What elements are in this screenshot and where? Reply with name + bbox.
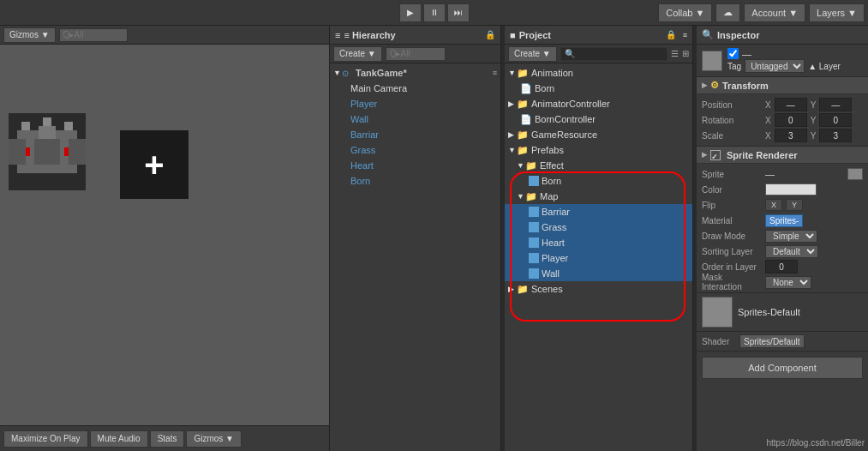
mask-select[interactable]: None	[765, 276, 811, 289]
mask-row: Mask Interaction None	[702, 274, 863, 290]
project-item-barriar-prefab[interactable]: Barriar	[505, 204, 692, 219]
scene-name-label: TankGame*	[356, 68, 407, 78]
position-x-input[interactable]	[775, 98, 807, 111]
rotation-y-input[interactable]	[819, 113, 852, 127]
mute-audio-button[interactable]: Mute Audio	[90, 430, 148, 448]
hierarchy-item-born[interactable]: Born	[330, 173, 500, 189]
maximize-on-play-button[interactable]: Maximize On Play	[3, 430, 88, 448]
project-item-animator-folder[interactable]: ▶ 📁 AnimatorController	[505, 96, 692, 111]
hierarchy-item-wall[interactable]: Wall	[330, 111, 500, 127]
sorting-layer-select[interactable]: Default	[765, 245, 818, 258]
scale-y-input[interactable]	[819, 129, 852, 142]
hierarchy-item-player[interactable]: Player	[330, 96, 500, 111]
stats-button[interactable]: Stats	[150, 430, 185, 448]
scale-x-input[interactable]	[775, 129, 807, 142]
material-label: Material	[702, 216, 762, 226]
cloud-button[interactable]: ☁	[715, 3, 740, 22]
project-create-button[interactable]: Create ▼	[508, 46, 557, 62]
transform-body: Position X Y Rotation X Y Scale X Y	[697, 94, 868, 147]
draw-mode-select[interactable]: Simple	[765, 230, 817, 243]
hierarchy-label-barriar: Barriar	[350, 129, 379, 140]
collab-button[interactable]: Collab ▼	[658, 3, 712, 22]
hierarchy-scene-item[interactable]: ▼ ⊙ TankGame* ≡	[330, 65, 500, 81]
hierarchy-item-grass[interactable]: Grass	[330, 142, 500, 158]
draw-mode-row: Draw Mode Simple	[702, 228, 863, 244]
gizmos-button[interactable]: Gizmos ▼	[3, 27, 56, 43]
project-item-born-anim[interactable]: 📄 Born	[505, 81, 692, 96]
project-item-effect-folder[interactable]: ▼ 📁 Effect	[505, 158, 692, 173]
sorting-layer-label: Sorting Layer	[702, 247, 762, 256]
sprite-value: —	[765, 169, 775, 179]
scene-canvas[interactable]: +	[0, 45, 329, 425]
material-value-button[interactable]: Sprites-	[765, 214, 803, 227]
shader-row: Shader Sprites/Default	[697, 332, 868, 352]
hierarchy-toolbar: Create ▼	[330, 45, 500, 63]
prefab-cube-icon	[529, 268, 539, 279]
project-item-gameresource-folder[interactable]: ▶ 📁 GameResource	[505, 127, 692, 142]
project-panel: ■ Project 🔒 ≡ Create ▼ 🔍 ☰ ⊞ ▼ 📁 Animati…	[505, 26, 693, 451]
color-picker[interactable]	[765, 183, 817, 195]
scene-toolbar: Gizmos ▼	[0, 26, 329, 45]
project-item-grass-prefab[interactable]: Grass	[505, 219, 692, 235]
hierarchy-search-input[interactable]	[386, 47, 446, 61]
hierarchy-label-wall: Wall	[350, 114, 368, 124]
inspector-panel: 🔍 Inspector — Tag Untagged ▲ Layer	[697, 26, 868, 451]
hierarchy-item-barriar[interactable]: Barriar	[330, 127, 500, 142]
project-item-prefabs-folder[interactable]: ▼ 📁 Prefabs	[505, 142, 692, 158]
shader-value-button[interactable]: Sprites/Default	[739, 334, 805, 348]
flip-label: Flip	[702, 201, 762, 210]
project-content: ▼ 📁 Animation 📄 Born ▶ 📁 AnimatorControl…	[505, 63, 692, 451]
order-input[interactable]	[765, 260, 798, 274]
project-item-map-folder[interactable]: ▼ 📁 Map	[505, 189, 692, 204]
folder-icon: 📁	[525, 160, 537, 171]
project-expand-button[interactable]: ⊞	[682, 49, 689, 58]
hierarchy-item-heart[interactable]: Heart	[330, 158, 500, 173]
pause-button[interactable]: ⏸	[423, 3, 446, 22]
add-component-button[interactable]: Add Component	[702, 357, 863, 379]
hierarchy-options-icon: ≡	[493, 69, 497, 77]
project-label-gameresource: GameResource	[531, 129, 597, 140]
hierarchy-label-player: Player	[350, 99, 377, 109]
material-row: Material Sprites-	[702, 213, 863, 228]
hierarchy-create-button[interactable]: Create ▼	[333, 46, 382, 62]
sorting-layer-row: Sorting Layer Default	[702, 244, 863, 259]
sprites-default-label: Sprites-Default	[738, 307, 800, 317]
sprite-right: +	[120, 130, 189, 199]
layers-button[interactable]: Layers ▼	[809, 3, 865, 22]
project-item-scenes-folder[interactable]: ▶ 📁 Scenes	[505, 281, 692, 297]
folder-icon: 📄	[520, 114, 532, 125]
project-search-input[interactable]	[575, 49, 663, 58]
tag-select[interactable]: Untagged	[745, 59, 805, 73]
project-lock-icon: 🔒	[666, 30, 676, 39]
project-item-player-prefab[interactable]: Player	[505, 250, 692, 266]
project-item-born-controller[interactable]: 📄 BornController	[505, 111, 692, 127]
sprite-field-icon[interactable]	[847, 168, 863, 180]
sprite-renderer-toggle[interactable]	[710, 150, 721, 160]
play-button[interactable]: ▶	[399, 3, 422, 22]
project-item-heart-prefab[interactable]: Heart	[505, 235, 692, 250]
order-label: Order in Layer	[702, 262, 762, 272]
main-layout: Gizmos ▼	[0, 26, 868, 451]
project-view-toggle-button[interactable]: ☰	[671, 49, 679, 58]
transform-component-icon: ⚙	[710, 80, 719, 91]
project-options-icon: ≡	[683, 31, 687, 39]
object-active-checkbox[interactable]	[727, 48, 739, 59]
account-button[interactable]: Account ▼	[744, 3, 805, 22]
folder-icon: 📄	[520, 83, 532, 94]
flip-y-button[interactable]: Y	[786, 199, 803, 211]
position-y-input[interactable]	[819, 98, 852, 111]
project-item-wall-prefab[interactable]: Wall	[505, 266, 692, 281]
project-item-animation-folder[interactable]: ▼ 📁 Animation	[505, 65, 692, 81]
flip-x-button[interactable]: X	[765, 199, 782, 211]
gizmos-bottom-button[interactable]: Gizmos ▼	[186, 430, 242, 448]
project-item-born-prefab[interactable]: Born	[505, 173, 692, 189]
rotation-x-input[interactable]	[775, 113, 807, 127]
project-label-wall-prefab: Wall	[542, 268, 560, 279]
project-label-player-prefab: Player	[542, 253, 568, 263]
project-header: ■ Project 🔒 ≡	[505, 26, 692, 45]
step-button[interactable]: ⏭	[447, 3, 470, 22]
hierarchy-item-main-camera[interactable]: Main Camera	[330, 81, 500, 96]
sprite-left	[9, 113, 86, 190]
scene-search-input[interactable]	[59, 28, 128, 42]
tag-label: Tag	[727, 62, 741, 71]
